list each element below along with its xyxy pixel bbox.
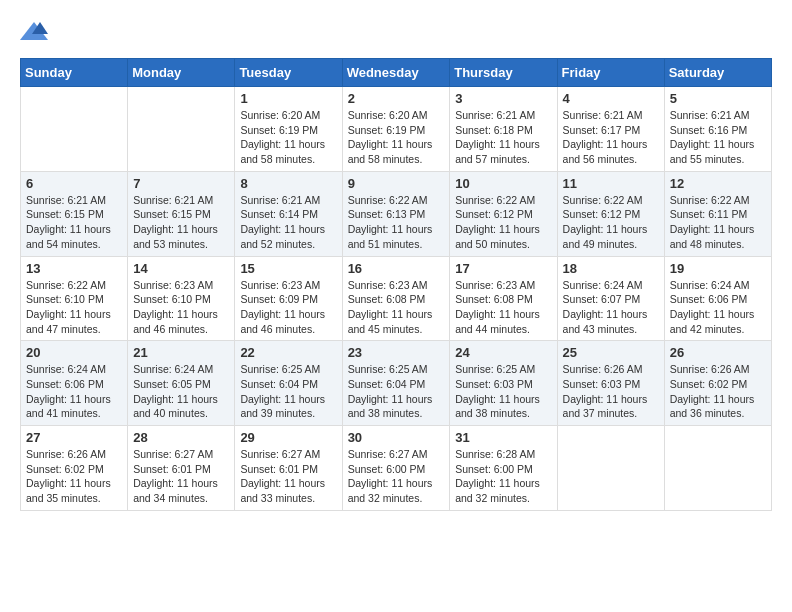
day-info: Sunrise: 6:21 AM Sunset: 6:16 PM Dayligh… <box>670 108 766 167</box>
day-number: 9 <box>348 176 445 191</box>
day-number: 21 <box>133 345 229 360</box>
calendar-cell: 12Sunrise: 6:22 AM Sunset: 6:11 PM Dayli… <box>664 171 771 256</box>
day-of-week-header: Thursday <box>450 59 557 87</box>
day-number: 20 <box>26 345 122 360</box>
calendar-cell: 20Sunrise: 6:24 AM Sunset: 6:06 PM Dayli… <box>21 341 128 426</box>
logo-icon <box>20 20 48 42</box>
calendar-cell: 21Sunrise: 6:24 AM Sunset: 6:05 PM Dayli… <box>128 341 235 426</box>
logo <box>20 20 52 42</box>
day-info: Sunrise: 6:26 AM Sunset: 6:02 PM Dayligh… <box>670 362 766 421</box>
calendar-cell: 13Sunrise: 6:22 AM Sunset: 6:10 PM Dayli… <box>21 256 128 341</box>
calendar-week-row: 20Sunrise: 6:24 AM Sunset: 6:06 PM Dayli… <box>21 341 772 426</box>
day-info: Sunrise: 6:25 AM Sunset: 6:04 PM Dayligh… <box>348 362 445 421</box>
calendar-cell <box>664 426 771 511</box>
day-number: 19 <box>670 261 766 276</box>
calendar-cell: 8Sunrise: 6:21 AM Sunset: 6:14 PM Daylig… <box>235 171 342 256</box>
calendar-cell <box>557 426 664 511</box>
day-info: Sunrise: 6:21 AM Sunset: 6:14 PM Dayligh… <box>240 193 336 252</box>
day-number: 22 <box>240 345 336 360</box>
day-info: Sunrise: 6:22 AM Sunset: 6:12 PM Dayligh… <box>563 193 659 252</box>
day-number: 12 <box>670 176 766 191</box>
calendar-cell: 26Sunrise: 6:26 AM Sunset: 6:02 PM Dayli… <box>664 341 771 426</box>
day-info: Sunrise: 6:27 AM Sunset: 6:01 PM Dayligh… <box>240 447 336 506</box>
calendar-cell: 5Sunrise: 6:21 AM Sunset: 6:16 PM Daylig… <box>664 87 771 172</box>
calendar-cell: 31Sunrise: 6:28 AM Sunset: 6:00 PM Dayli… <box>450 426 557 511</box>
calendar-cell: 24Sunrise: 6:25 AM Sunset: 6:03 PM Dayli… <box>450 341 557 426</box>
calendar-cell: 28Sunrise: 6:27 AM Sunset: 6:01 PM Dayli… <box>128 426 235 511</box>
day-info: Sunrise: 6:23 AM Sunset: 6:08 PM Dayligh… <box>348 278 445 337</box>
calendar-cell: 10Sunrise: 6:22 AM Sunset: 6:12 PM Dayli… <box>450 171 557 256</box>
day-number: 5 <box>670 91 766 106</box>
day-number: 3 <box>455 91 551 106</box>
day-number: 23 <box>348 345 445 360</box>
day-number: 26 <box>670 345 766 360</box>
day-info: Sunrise: 6:25 AM Sunset: 6:04 PM Dayligh… <box>240 362 336 421</box>
calendar-cell <box>21 87 128 172</box>
day-info: Sunrise: 6:22 AM Sunset: 6:12 PM Dayligh… <box>455 193 551 252</box>
day-number: 8 <box>240 176 336 191</box>
day-of-week-header: Friday <box>557 59 664 87</box>
day-number: 1 <box>240 91 336 106</box>
calendar-cell: 27Sunrise: 6:26 AM Sunset: 6:02 PM Dayli… <box>21 426 128 511</box>
day-info: Sunrise: 6:24 AM Sunset: 6:05 PM Dayligh… <box>133 362 229 421</box>
day-info: Sunrise: 6:20 AM Sunset: 6:19 PM Dayligh… <box>348 108 445 167</box>
day-number: 13 <box>26 261 122 276</box>
day-info: Sunrise: 6:28 AM Sunset: 6:00 PM Dayligh… <box>455 447 551 506</box>
calendar-cell: 22Sunrise: 6:25 AM Sunset: 6:04 PM Dayli… <box>235 341 342 426</box>
calendar-cell: 7Sunrise: 6:21 AM Sunset: 6:15 PM Daylig… <box>128 171 235 256</box>
day-of-week-header: Sunday <box>21 59 128 87</box>
day-info: Sunrise: 6:24 AM Sunset: 6:06 PM Dayligh… <box>670 278 766 337</box>
day-info: Sunrise: 6:21 AM Sunset: 6:15 PM Dayligh… <box>133 193 229 252</box>
day-info: Sunrise: 6:21 AM Sunset: 6:17 PM Dayligh… <box>563 108 659 167</box>
calendar-cell: 17Sunrise: 6:23 AM Sunset: 6:08 PM Dayli… <box>450 256 557 341</box>
day-number: 15 <box>240 261 336 276</box>
day-info: Sunrise: 6:24 AM Sunset: 6:06 PM Dayligh… <box>26 362 122 421</box>
calendar-cell: 15Sunrise: 6:23 AM Sunset: 6:09 PM Dayli… <box>235 256 342 341</box>
calendar-header-row: SundayMondayTuesdayWednesdayThursdayFrid… <box>21 59 772 87</box>
calendar-week-row: 27Sunrise: 6:26 AM Sunset: 6:02 PM Dayli… <box>21 426 772 511</box>
day-number: 25 <box>563 345 659 360</box>
day-of-week-header: Saturday <box>664 59 771 87</box>
calendar-cell: 2Sunrise: 6:20 AM Sunset: 6:19 PM Daylig… <box>342 87 450 172</box>
calendar-cell <box>128 87 235 172</box>
day-number: 11 <box>563 176 659 191</box>
day-info: Sunrise: 6:24 AM Sunset: 6:07 PM Dayligh… <box>563 278 659 337</box>
calendar-week-row: 1Sunrise: 6:20 AM Sunset: 6:19 PM Daylig… <box>21 87 772 172</box>
day-info: Sunrise: 6:22 AM Sunset: 6:13 PM Dayligh… <box>348 193 445 252</box>
day-number: 2 <box>348 91 445 106</box>
calendar-cell: 4Sunrise: 6:21 AM Sunset: 6:17 PM Daylig… <box>557 87 664 172</box>
day-of-week-header: Wednesday <box>342 59 450 87</box>
calendar-cell: 29Sunrise: 6:27 AM Sunset: 6:01 PM Dayli… <box>235 426 342 511</box>
day-number: 10 <box>455 176 551 191</box>
calendar-cell: 25Sunrise: 6:26 AM Sunset: 6:03 PM Dayli… <box>557 341 664 426</box>
day-info: Sunrise: 6:26 AM Sunset: 6:02 PM Dayligh… <box>26 447 122 506</box>
calendar-cell: 11Sunrise: 6:22 AM Sunset: 6:12 PM Dayli… <box>557 171 664 256</box>
day-info: Sunrise: 6:23 AM Sunset: 6:08 PM Dayligh… <box>455 278 551 337</box>
calendar-cell: 23Sunrise: 6:25 AM Sunset: 6:04 PM Dayli… <box>342 341 450 426</box>
day-info: Sunrise: 6:21 AM Sunset: 6:18 PM Dayligh… <box>455 108 551 167</box>
calendar-cell: 16Sunrise: 6:23 AM Sunset: 6:08 PM Dayli… <box>342 256 450 341</box>
calendar-week-row: 13Sunrise: 6:22 AM Sunset: 6:10 PM Dayli… <box>21 256 772 341</box>
calendar-cell: 6Sunrise: 6:21 AM Sunset: 6:15 PM Daylig… <box>21 171 128 256</box>
page-header <box>20 20 772 42</box>
day-number: 27 <box>26 430 122 445</box>
day-number: 6 <box>26 176 122 191</box>
day-of-week-header: Tuesday <box>235 59 342 87</box>
calendar-cell: 30Sunrise: 6:27 AM Sunset: 6:00 PM Dayli… <box>342 426 450 511</box>
day-info: Sunrise: 6:21 AM Sunset: 6:15 PM Dayligh… <box>26 193 122 252</box>
day-number: 14 <box>133 261 229 276</box>
day-info: Sunrise: 6:23 AM Sunset: 6:10 PM Dayligh… <box>133 278 229 337</box>
day-number: 29 <box>240 430 336 445</box>
day-info: Sunrise: 6:26 AM Sunset: 6:03 PM Dayligh… <box>563 362 659 421</box>
day-number: 16 <box>348 261 445 276</box>
day-info: Sunrise: 6:27 AM Sunset: 6:00 PM Dayligh… <box>348 447 445 506</box>
day-number: 4 <box>563 91 659 106</box>
day-number: 28 <box>133 430 229 445</box>
day-number: 18 <box>563 261 659 276</box>
day-info: Sunrise: 6:25 AM Sunset: 6:03 PM Dayligh… <box>455 362 551 421</box>
day-number: 31 <box>455 430 551 445</box>
day-info: Sunrise: 6:20 AM Sunset: 6:19 PM Dayligh… <box>240 108 336 167</box>
calendar-cell: 18Sunrise: 6:24 AM Sunset: 6:07 PM Dayli… <box>557 256 664 341</box>
calendar-cell: 9Sunrise: 6:22 AM Sunset: 6:13 PM Daylig… <box>342 171 450 256</box>
day-of-week-header: Monday <box>128 59 235 87</box>
